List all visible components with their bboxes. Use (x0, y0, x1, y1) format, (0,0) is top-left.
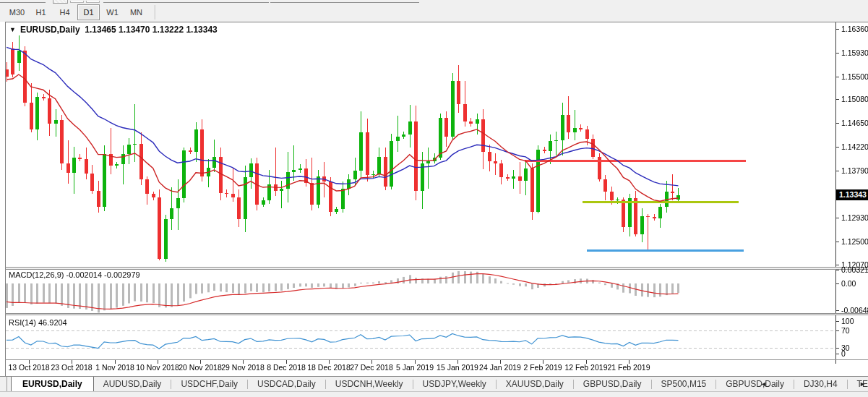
chart-tab-bar: EURUSD,DailyAUDUSD,DailyUSDCHF,DailyUSDC… (0, 376, 868, 391)
timeframe-toolbar: M30H1H4D1W1MN (0, 4, 868, 21)
mt4-window: M30H1H4D1W1MN ▼EURUSD,Daily 1.13465 1.13… (0, 0, 868, 397)
tab-eurusd-daily[interactable]: EURUSD,Daily (11, 376, 94, 391)
timeframe-button-h4[interactable]: H4 (53, 4, 76, 20)
price-chart-canvas[interactable] (0, 22, 868, 376)
timeframe-button-h1[interactable]: H1 (30, 4, 52, 20)
tab-audusd-daily[interactable]: AUDUSD,Daily (94, 377, 171, 391)
tab-usdcad-daily[interactable]: USDCAD,Daily (248, 377, 325, 391)
tab-gbpusd-daily[interactable]: GBPUSD,Daily (574, 377, 651, 391)
tab-xauusd-daily[interactable]: XAUUSD,Daily (497, 377, 573, 391)
tab-usdchf-daily[interactable]: USDCHF,Daily (171, 377, 247, 391)
toolbar-residue-box (70, 1, 84, 3)
tab-usdcnh-weekly[interactable]: USDCNH,Weekly (326, 377, 413, 391)
timeframe-button-mn[interactable]: MN (125, 4, 147, 20)
status-strip (0, 391, 868, 397)
toolbar-residue-edge (0, 2, 46, 3)
toolbar-residue-edge (103, 2, 269, 3)
tab-scroll-left-icon[interactable]: ◄ (760, 377, 767, 391)
timeframe-button-w1[interactable]: W1 (101, 4, 124, 20)
toolbar-separator (155, 5, 156, 20)
tab-bar-grip (0, 377, 7, 391)
tab-scroll-right-icon[interactable]: ► (859, 377, 866, 391)
toolbar-residue-box (86, 1, 100, 3)
timeframe-button-m30[interactable]: M30 (6, 4, 28, 20)
tab-gbpusd-daily[interactable]: GBPUSD,Daily (716, 377, 794, 391)
toolbar-residue-edge (270, 2, 419, 3)
tab-usdjpy-weekly[interactable]: USDJPY,Weekly (413, 377, 496, 391)
timeframe-button-d1[interactable]: D1 (77, 4, 100, 20)
tab-sp500-m15[interactable]: SP500,M15 (652, 377, 716, 391)
tab-dj30-h4[interactable]: DJ30,H4 (794, 377, 847, 391)
